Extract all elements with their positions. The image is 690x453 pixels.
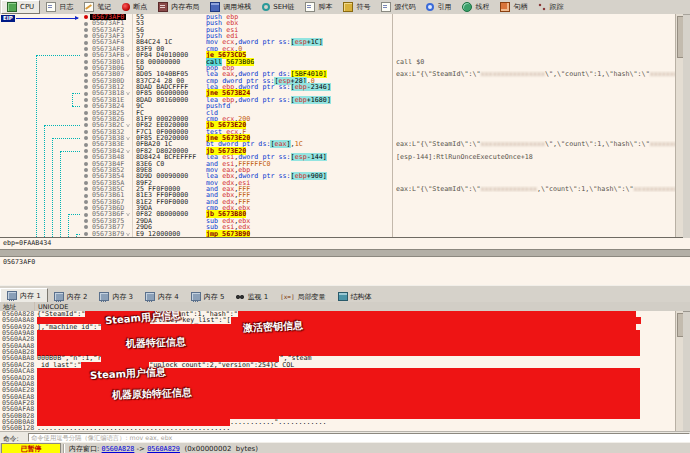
row-dot[interactable] (84, 200, 88, 204)
bottom-tab-label: 内存 3 (112, 292, 133, 302)
mem-icon (54, 292, 64, 301)
info-splitter[interactable] (0, 249, 690, 257)
row-dot[interactable] (84, 155, 88, 159)
memory-dump[interactable]: 0560A828{"SteamId":"","count":1,"hash":"… (0, 311, 683, 431)
toolbar-tab-bp[interactable]: 断点 (117, 1, 152, 13)
row-dot[interactable] (84, 232, 88, 236)
row-dot[interactable] (84, 22, 88, 26)
bottom-tab-label: 内存 1 (20, 291, 41, 301)
toolbar-tab-label: 句柄 (513, 2, 527, 12)
bottom-tab-label: 监视 1 (247, 292, 268, 302)
range-arrow: -> (134, 445, 147, 453)
dump-scrollbar-thumb[interactable] (677, 313, 683, 337)
bottom-tab-mem[interactable]: 内存 1 (0, 288, 48, 303)
handle-icon (500, 2, 510, 12)
current-address: 05673AF0 (3, 258, 35, 266)
row-dot[interactable] (84, 117, 88, 121)
mem-range-start: 0560A828 (102, 445, 135, 453)
toolbar-tab-seh[interactable]: SEH链 (257, 1, 299, 13)
row-dot[interactable] (84, 206, 88, 210)
bottom-tab-bar: 内存 1内存 2内存 3内存 4内存 5监视 1[x=]局部变量结构体 (0, 285, 690, 303)
range-size: (0x00000002 (180, 445, 234, 453)
jump-direction-marker: v (126, 148, 130, 153)
mem-icon (7, 291, 17, 300)
row-dot[interactable] (84, 225, 88, 229)
toolbar-tab-thread[interactable]: 线程 (457, 1, 494, 13)
row-dot[interactable] (84, 213, 88, 217)
row-dot[interactable] (84, 143, 88, 147)
toolbar-tab-ref[interactable]: 引用 (421, 1, 456, 13)
jump-direction-marker: v (126, 91, 130, 96)
toolbar-tab-label: 引用 (437, 2, 451, 12)
row-dot[interactable] (84, 136, 88, 140)
disasm-row[interactable]: 05673B79vE9 12000000jmp 5673B90 (0, 231, 683, 237)
toolbar-tab-handle[interactable]: 句柄 (495, 1, 532, 13)
command-input[interactable] (28, 433, 690, 442)
toolbar-tab-label: 断点 (133, 2, 147, 12)
toolbar-tab-trace[interactable]: 跟踪 (533, 1, 568, 13)
row-dot[interactable] (84, 219, 88, 223)
main-toolbar: CPU日志笔记断点内存布局调用堆栈SEH链脚本符号源代码引用线程句柄跟踪 (0, 0, 690, 15)
row-dot[interactable] (84, 79, 88, 83)
row-dot[interactable] (84, 92, 88, 96)
mem-range-end: 0560A829 (147, 445, 180, 453)
toolbar-tab-log[interactable]: 日志 (41, 1, 78, 13)
bottom-tab-label: 内存 4 (158, 292, 179, 302)
ref-icon (426, 3, 434, 11)
bp-icon (122, 3, 130, 11)
row-dot[interactable] (84, 187, 88, 191)
disassembly-view[interactable]: 05673AF055push ebp05673AF153push ebx0567… (0, 14, 683, 238)
breakpoint-dot[interactable] (84, 15, 88, 19)
toolbar-tab-cpu[interactable]: CPU (1, 0, 40, 14)
instruction-address: 05673B79 (92, 231, 124, 237)
row-dot[interactable] (84, 168, 88, 172)
row-dot[interactable] (84, 174, 88, 178)
row-dot[interactable] (84, 85, 88, 89)
disasm-scrollbar[interactable] (675, 14, 683, 237)
cpu-icon (7, 2, 17, 12)
row-dot[interactable] (84, 181, 88, 185)
mem-icon (191, 292, 201, 301)
toolbar-tab-callstack[interactable]: 调用堆栈 (205, 1, 256, 13)
info-pane: ebp=0FAAB434 05673AF0 (0, 238, 690, 285)
row-dot[interactable] (84, 41, 88, 45)
toolbar-tab-note[interactable]: 笔记 (79, 1, 116, 13)
disasm-scrollbar-thumb[interactable] (677, 16, 683, 58)
row-dot[interactable] (84, 98, 88, 102)
row-dot[interactable] (84, 60, 88, 64)
toolbar-tab-label: 线程 (475, 2, 489, 12)
row-dot[interactable] (84, 47, 88, 51)
toolbar-tab-source[interactable]: 源代码 (376, 1, 420, 13)
row-dot[interactable] (84, 194, 88, 198)
row-dot[interactable] (84, 104, 88, 108)
row-dot[interactable] (84, 28, 88, 32)
seh-icon (262, 3, 270, 11)
toolbar-tab-label: CPU (20, 3, 34, 11)
row-dot[interactable] (84, 66, 88, 70)
toolbar-tab-label: 调用堆栈 (223, 2, 251, 12)
row-dot[interactable] (84, 130, 88, 134)
row-dot[interactable] (84, 149, 88, 153)
row-dot[interactable] (84, 53, 88, 57)
debugger-window: CPU日志笔记断点内存布局调用堆栈SEH链脚本符号源代码引用线程句柄跟踪 056… (0, 0, 690, 453)
dump-scrollbar[interactable] (675, 311, 683, 431)
toolbar-tab-script[interactable]: 脚本 (300, 1, 337, 13)
toolbar-tab-label: 符号 (356, 2, 370, 12)
jump-direction-marker: v (126, 53, 130, 58)
row-dot[interactable] (84, 111, 88, 115)
toolbar-tab-label: 日志 (59, 2, 73, 12)
toolbar-tab-symbol[interactable]: 符号 (338, 1, 375, 13)
memory-window-status: 内存窗口: 0560A828 -> 0560A829 (0x00000002 b… (69, 444, 258, 453)
jump-direction-marker: v (126, 123, 130, 128)
row-dot[interactable] (84, 123, 88, 127)
toolbar-tab-label: SEH链 (273, 2, 294, 12)
toolbar-tab-label: 内存布局 (171, 2, 199, 12)
row-dot[interactable] (84, 162, 88, 166)
toolbar-tab-memmap[interactable]: 内存布局 (153, 1, 204, 13)
thread-icon (462, 2, 472, 12)
row-dot[interactable] (84, 34, 88, 38)
struct-icon (338, 292, 348, 301)
row-dot[interactable] (84, 73, 88, 77)
bottom-tab-label: 结构体 (351, 292, 372, 302)
memmap-icon (158, 2, 168, 12)
